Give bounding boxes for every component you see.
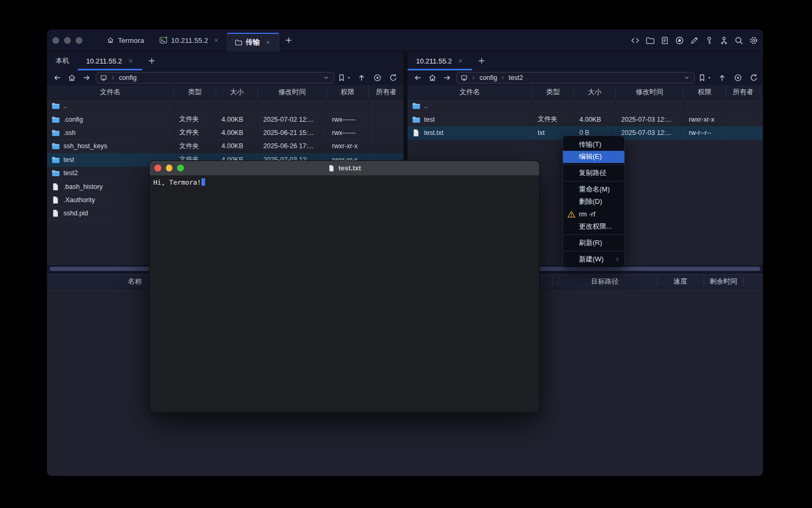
close-tab-icon[interactable]	[457, 58, 464, 64]
new-panel-tab-button[interactable]	[142, 51, 161, 70]
home-button[interactable]	[66, 72, 78, 84]
menu-item-change-permissions[interactable]: 更改权限...	[563, 221, 624, 233]
path-segment[interactable]: config	[479, 74, 497, 81]
tab-termora[interactable]: Termora	[99, 30, 152, 51]
column-header-modified[interactable]: 修改时间	[616, 85, 684, 99]
zoom-window-button[interactable]	[177, 165, 184, 171]
forward-button[interactable]	[81, 72, 93, 84]
tab-transfer[interactable]: 传输	[227, 33, 279, 51]
close-tab-icon[interactable]	[213, 37, 219, 43]
minimize-window-button[interactable]	[64, 37, 71, 44]
window-toolbar	[631, 30, 758, 51]
settings-gear-icon[interactable]	[749, 36, 758, 45]
menu-item-new[interactable]: 新建(W)	[563, 253, 624, 266]
chevron-down-icon[interactable]	[322, 74, 330, 81]
tab-remote-host[interactable]: 10.211.55.2	[408, 51, 472, 70]
column-header-target-path[interactable]: 目标路径	[552, 275, 657, 288]
close-tab-icon[interactable]	[265, 39, 271, 46]
text-cursor	[201, 178, 205, 186]
column-header-owner[interactable]: 所有者	[726, 85, 760, 99]
table-row[interactable]: ..	[47, 99, 403, 113]
tab-label: Termora	[118, 37, 144, 44]
menu-separator	[564, 234, 624, 235]
forward-button[interactable]	[441, 72, 453, 84]
caret-down-icon	[707, 75, 712, 80]
table-row[interactable]: test 文件夹4.00KB 2025-07-03 12:...rwxr-xr-…	[408, 113, 763, 126]
menu-item-rm-rf[interactable]: rm -rf	[563, 208, 624, 221]
zoom-window-button[interactable]	[76, 37, 82, 44]
column-header-permissions[interactable]: 权限	[327, 85, 369, 99]
new-tab-button[interactable]	[279, 30, 298, 51]
column-header-size[interactable]: 大小	[216, 85, 258, 99]
menu-item-rename[interactable]: 重命名(M)	[563, 183, 624, 196]
record-icon[interactable]	[675, 36, 684, 45]
bookmark-button[interactable]	[698, 72, 712, 84]
table-row[interactable]: .ssh 文件夹4.00KB 2025-06-21 15:...rwx-----…	[47, 126, 403, 140]
back-button[interactable]	[51, 72, 63, 84]
edit-icon[interactable]	[690, 36, 699, 45]
keychain-icon[interactable]	[719, 36, 728, 45]
tab-remote-host[interactable]: 10.211.55.2	[78, 51, 142, 70]
menu-item-copy-path[interactable]: 复制路径	[563, 167, 624, 179]
table-row[interactable]: ssh_host_keys 文件夹4.00KB 2025-06-26 17:..…	[47, 140, 403, 153]
path-field[interactable]: config	[96, 72, 334, 84]
column-header-speed[interactable]: 速度	[657, 275, 704, 288]
column-header-time-left[interactable]: 剩余时间	[704, 275, 743, 288]
menu-item-transfer[interactable]: 传输(T)	[563, 138, 624, 151]
parent-directory-button[interactable]	[356, 72, 367, 84]
chevron-right-icon	[470, 75, 477, 81]
column-header-filename[interactable]: 文件名	[408, 85, 532, 99]
back-button[interactable]	[412, 72, 423, 84]
path-field[interactable]: config test2	[456, 72, 695, 84]
plus-icon	[147, 57, 156, 65]
column-header-modified[interactable]: 修改时间	[258, 85, 327, 99]
menu-separator	[564, 181, 624, 182]
tab-ssh-session[interactable]: 10.211.55.2	[152, 30, 227, 51]
bookmark-button[interactable]	[337, 72, 352, 84]
column-header-filename[interactable]: 文件名	[47, 85, 174, 99]
menu-item-refresh[interactable]: 刷新(R)	[563, 237, 624, 249]
column-header-size[interactable]: 大小	[574, 85, 616, 99]
traffic-lights	[47, 37, 87, 44]
column-header-type[interactable]: 类型	[532, 85, 574, 99]
table-row[interactable]: ..	[408, 99, 763, 113]
refresh-button[interactable]	[748, 72, 760, 84]
key-icon[interactable]	[705, 36, 714, 45]
chevron-down-icon[interactable]	[683, 74, 690, 81]
code-icon[interactable]	[631, 36, 640, 45]
menu-item-delete[interactable]: 删除(D)	[563, 195, 624, 208]
show-hidden-files-button[interactable]	[732, 72, 744, 84]
column-header-type[interactable]: 类型	[174, 85, 216, 99]
editor-title-bar[interactable]: test.txt	[150, 161, 539, 176]
path-segment[interactable]: test2	[509, 74, 523, 81]
submenu-chevron-icon	[614, 256, 621, 262]
column-header-owner[interactable]: 所有者	[369, 85, 403, 99]
left-path-toolbar: config	[47, 70, 403, 85]
parent-directory-button[interactable]	[716, 72, 728, 84]
menu-item-edit[interactable]: 编辑(E)	[563, 151, 624, 164]
folder-icon[interactable]	[645, 36, 654, 45]
path-segment[interactable]: config	[119, 74, 136, 81]
computer-icon	[100, 74, 107, 81]
minimize-window-button[interactable]	[166, 165, 173, 171]
home-button[interactable]	[427, 72, 438, 84]
tab-label: 本机	[56, 56, 69, 66]
close-tab-icon[interactable]	[127, 58, 134, 64]
close-window-button[interactable]	[154, 165, 161, 171]
refresh-button[interactable]	[387, 72, 399, 84]
editor-window: test.txt Hi, Termora!	[149, 160, 540, 413]
close-window-button[interactable]	[52, 37, 59, 44]
tab-local[interactable]: 本机	[47, 51, 78, 70]
column-header-permissions[interactable]: 权限	[684, 85, 726, 99]
editor-text: Hi, Termora!	[153, 178, 201, 186]
left-panel-tabs: 本机 10.211.55.2	[47, 51, 403, 70]
search-icon[interactable]	[734, 36, 743, 45]
bookmark-icon	[337, 74, 346, 82]
new-panel-tab-button[interactable]	[472, 51, 491, 70]
menu-separator	[564, 251, 624, 251]
log-icon[interactable]	[660, 36, 669, 45]
editor-content[interactable]: Hi, Termora!	[150, 176, 539, 189]
termora-window: Termora 10.211.55.2 传输	[47, 29, 763, 476]
table-row[interactable]: .config 文件夹4.00KB 2025-07-02 12:...rwx--…	[47, 113, 403, 126]
show-hidden-files-button[interactable]	[372, 72, 383, 84]
